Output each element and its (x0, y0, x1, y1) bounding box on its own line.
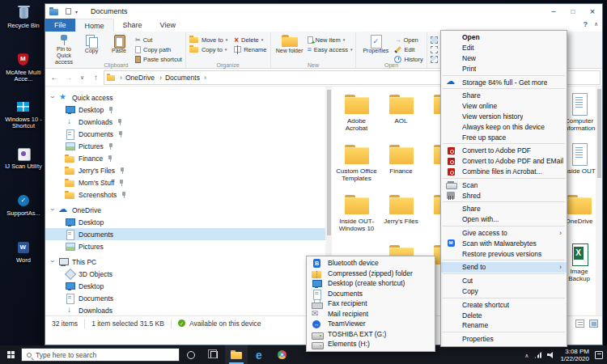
nav-item[interactable]: Jerry's Files (45, 164, 325, 176)
context-menu-item[interactable]: Give access to (441, 228, 567, 239)
context-menu-item[interactable]: Copy (441, 286, 567, 297)
send-to-menu-item[interactable]: Documents (307, 289, 435, 299)
open-button[interactable]: Open (394, 36, 422, 44)
nav-item[interactable]: Screenshots (45, 188, 325, 201)
nav-item[interactable]: Quick access (45, 91, 325, 104)
context-menu-item[interactable]: Send to (441, 262, 567, 273)
context-menu-item[interactable] (443, 88, 565, 89)
action-center-icon[interactable] (595, 351, 603, 359)
nav-item[interactable]: Pictures (45, 240, 325, 252)
nav-item[interactable]: This PC (45, 256, 325, 268)
context-menu-item[interactable] (443, 298, 565, 298)
chevron-down-icon[interactable] (49, 93, 58, 103)
context-menu-item[interactable]: Create shortcut (441, 299, 567, 310)
send-to-menu-item[interactable]: Fax recipient (307, 298, 435, 309)
nav-item[interactable]: Desktop (45, 216, 325, 228)
context-menu-item[interactable] (443, 226, 565, 226)
chevron-down-icon[interactable] (49, 257, 58, 267)
desktop-icon[interactable]: Recycle Bin (2, 2, 45, 49)
desktop-icon[interactable]: SupportAs... (2, 189, 45, 236)
context-menu-item[interactable]: View version history (441, 112, 567, 122)
context-menu-item[interactable]: Always keep on this device (441, 121, 567, 132)
send-to-menu-item[interactable]: Desktop (create shortcut) (307, 278, 435, 289)
taskbar-app-icon[interactable] (225, 345, 248, 364)
tray-icon[interactable] (524, 351, 528, 359)
context-menu-item[interactable]: Properties (441, 334, 567, 345)
context-menu-item[interactable]: Edit (441, 43, 567, 53)
details-view-button[interactable] (575, 320, 584, 328)
move-to-button[interactable]: Move to (189, 36, 227, 44)
file-item[interactable]: AOL (379, 91, 423, 142)
file-list-scrollbar[interactable] (596, 87, 602, 331)
context-menu-item[interactable]: Delete (441, 310, 567, 320)
desktop-icon[interactable]: Word (2, 236, 45, 283)
minimize-button[interactable] (544, 4, 563, 19)
context-menu-item[interactable]: Convert to Adobe PDF and EMail (441, 156, 567, 167)
context-menu-item[interactable]: Open (441, 32, 567, 43)
nav-item[interactable]: Desktop (45, 280, 325, 292)
taskbar-app-icon[interactable] (202, 345, 225, 364)
context-menu-item[interactable]: View online (441, 101, 567, 112)
forward-button[interactable]: → (62, 73, 74, 82)
context-menu-item[interactable]: Restore previous versions (441, 248, 567, 259)
taskbar-app-icon[interactable] (248, 345, 270, 364)
send-to-menu-item[interactable]: Compressed (zipped) folder (307, 269, 435, 279)
nav-item[interactable]: OneDrive (45, 204, 325, 216)
up-button[interactable]: ↑ (90, 73, 102, 82)
breadcrumb-item[interactable]: Documents (155, 74, 201, 82)
new-item-button[interactable]: New item (308, 36, 353, 44)
nav-item[interactable]: Desktop (45, 104, 325, 116)
nav-item[interactable]: Finance (45, 152, 325, 164)
taskbar-clock[interactable]: 3:08 PM 1/22/2020 (560, 348, 589, 362)
recent-locations-chevron-icon[interactable]: ∨ (76, 74, 88, 81)
ribbon-tab[interactable]: File (45, 19, 75, 32)
context-menu-item[interactable]: New (441, 53, 567, 64)
context-menu-item[interactable] (443, 273, 565, 274)
context-menu-item[interactable] (443, 75, 565, 76)
customize-qat-chevron-icon[interactable] (75, 9, 78, 15)
easy-access-button[interactable]: Easy access (308, 45, 353, 53)
back-button[interactable]: ← (49, 73, 61, 82)
send-to-menu-item[interactable]: TOSHIBA EXT (G:) (307, 329, 435, 340)
context-menu-item[interactable] (443, 143, 565, 144)
taskbar-app-icon[interactable] (270, 345, 293, 364)
taskbar-search-input[interactable]: Type here to search (21, 348, 180, 362)
new-folder-button[interactable]: New folder (274, 33, 305, 61)
nav-item[interactable]: 3D Objects (45, 268, 325, 280)
context-menu-item[interactable] (443, 201, 565, 202)
ribbon-tab[interactable]: Share (114, 19, 151, 32)
context-menu-item[interactable]: Print (441, 63, 567, 74)
context-menu-item[interactable]: Cut (441, 276, 567, 286)
nav-item[interactable]: Mom's Stuff (45, 176, 325, 188)
help-icon[interactable] (583, 20, 588, 28)
pin-to-quick-access-button[interactable]: Pin to Quick access (50, 33, 78, 61)
desktop-icon[interactable]: IJ Scan Utility (2, 142, 45, 189)
paste-button[interactable]: Paste (105, 33, 133, 61)
context-menu-item[interactable]: Storage 84% full - Get more (441, 77, 567, 87)
maximize-button[interactable] (563, 4, 583, 19)
tray-icon[interactable] (534, 352, 541, 358)
properties-qat-icon[interactable] (66, 8, 71, 15)
nav-item[interactable]: Documents (45, 292, 325, 304)
file-item[interactable]: Adobe Acrobat (334, 91, 379, 142)
context-menu-item[interactable]: Scan with Malwarebytes (441, 238, 567, 248)
context-menu-item[interactable]: Free up space (441, 132, 567, 142)
context-menu-item[interactable]: Share (441, 91, 567, 101)
file-item[interactable]: Finance (379, 142, 423, 192)
context-menu-item[interactable] (443, 260, 565, 260)
nav-item[interactable]: Pictures (45, 140, 325, 152)
context-menu-item[interactable] (443, 178, 565, 179)
context-menu-item[interactable]: Open with... (441, 214, 567, 225)
cut-button[interactable]: Cut (135, 36, 182, 44)
collapse-ribbon-icon[interactable] (594, 21, 598, 28)
send-to-menu-item[interactable]: Mail recipient (307, 309, 435, 320)
send-to-menu-item[interactable]: Bluetooth device (307, 258, 435, 269)
desktop-icon[interactable]: Windows 10 - Shortcut (2, 95, 45, 142)
file-item[interactable]: Inside OUT-Windows 10 (334, 192, 379, 242)
send-to-menu-item[interactable]: TeamViewer (307, 319, 435, 329)
send-to-menu-item[interactable]: Elements (H:) (307, 339, 435, 349)
context-menu-item[interactable]: Scan (441, 180, 567, 190)
title-bar[interactable]: Documents (45, 4, 602, 19)
context-menu-item[interactable]: Combine files in Acrobat... (441, 167, 567, 177)
context-menu-item[interactable]: Rename (441, 320, 567, 331)
